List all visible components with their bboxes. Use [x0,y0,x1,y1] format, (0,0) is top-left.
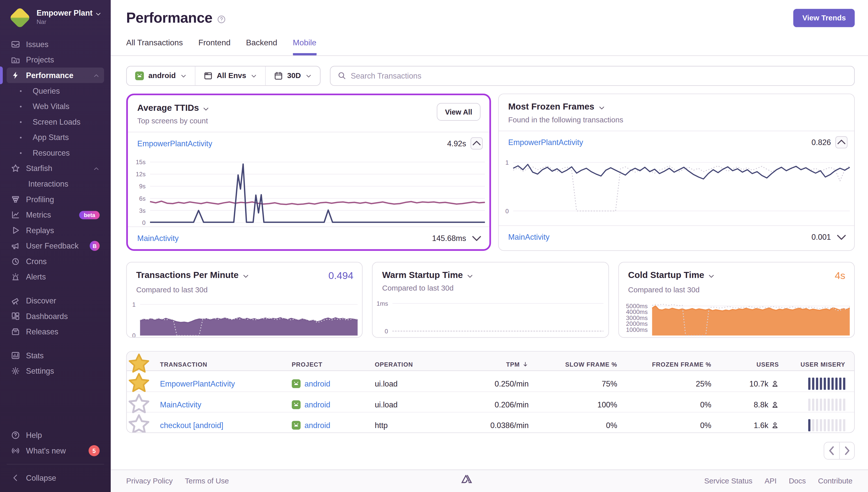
transaction-link[interactable]: checkout [android] [160,421,224,430]
project-link[interactable]: android [304,401,330,410]
sidebar-item-releases[interactable]: Releases [6,324,104,339]
transaction-link[interactable]: EmpowerPlantActivity [160,379,235,388]
view-trends-button[interactable]: View Trends [793,9,854,27]
sidebar-item-label: Help [26,431,42,440]
sidebar-item-profiling[interactable]: Profiling [6,192,104,207]
sidebar-item-alerts[interactable]: Alerts [6,269,104,285]
search-input[interactable] [351,71,847,80]
sidebar-item-web-vitals[interactable]: Web Vitals [6,98,104,114]
sidebar-item-label: Issues [26,40,48,49]
sidebar-item-app-starts[interactable]: App Starts [6,130,104,145]
column-header-project[interactable]: PROJECT [283,361,366,367]
tpm-cell: 0.0386/min [460,421,537,430]
expand-row-button[interactable] [470,232,483,244]
sidebar-item-label: Profiling [26,195,54,204]
column-header-operation[interactable]: OPERATION [366,361,460,367]
column-header-frozen-frame[interactable]: FROZEN FRAME % [626,361,720,367]
sidebar-item-projects[interactable]: Projects [6,52,104,68]
sidebar-item-label: Resources [33,148,70,157]
column-header-slow-frame[interactable]: SLOW FRAME % [537,361,626,367]
project-link[interactable]: android [304,421,330,430]
tab-backend[interactable]: Backend [246,38,277,55]
users-cell: 1.6k [720,421,788,430]
frozen-frame-cell: 25% [626,379,720,388]
most-frozen-frames-title[interactable]: Most Frozen Frames [508,102,623,112]
slow-frame-cell: 75% [537,379,626,388]
footer-link-service-status[interactable]: Service Status [704,477,752,485]
sidebar-item-replays[interactable]: Replays [6,223,104,238]
collapse-row-button[interactable] [470,137,483,149]
next-page-button[interactable] [839,442,854,459]
crons-icon [11,257,20,266]
cold-startup-title[interactable]: Cold Startup Time [628,270,715,280]
footer-link-docs[interactable]: Docs [789,477,806,485]
sidebar-item-metrics[interactable]: Metricsbeta [6,207,104,223]
svg-text:1000ms: 1000ms [626,326,647,333]
replays-icon [11,226,20,235]
tab-frontend[interactable]: Frontend [198,38,231,55]
sidebar-item-stats[interactable]: Stats [6,348,104,363]
svg-text:0: 0 [142,219,146,226]
transaction-link[interactable]: EmpowerPlantActivity [508,138,583,147]
project-link[interactable]: android [304,379,330,388]
sidebar-item-issues[interactable]: Issues [6,36,104,52]
releases-icon [11,327,20,336]
tab-all-transactions[interactable]: All Transactions [126,38,183,55]
transaction-link[interactable]: EmpowerPlantActivity [137,139,212,148]
footer-link-api[interactable]: API [765,477,776,485]
project-filter[interactable]: android [127,67,195,85]
footer-link-terms-of-use[interactable]: Terms of Use [185,477,229,485]
sidebar-item-help[interactable]: Help [6,427,104,443]
svg-text:15s: 15s [136,158,146,166]
collapse-row-button[interactable] [835,136,847,148]
sidebar-item-what-s-new[interactable]: What's new5 [6,443,104,459]
column-header-user-misery[interactable]: USER MISERY [788,361,854,367]
tpm-title[interactable]: Transactions Per Minute [136,270,249,280]
frozen-value: 0.826 [812,138,831,147]
sidebar-item-performance[interactable]: Performance [6,68,104,83]
footer-link-privacy-policy[interactable]: Privacy Policy [126,477,173,485]
projects-icon [11,55,20,64]
help-icon [11,431,20,440]
svg-text:0: 0 [385,328,388,335]
sidebar-item-queries[interactable]: Queries [6,83,104,99]
star-outline-icon[interactable] [127,413,151,433]
transaction-link[interactable]: MainActivity [508,232,550,241]
view-all-button[interactable]: View All [437,103,481,121]
svg-text:1ms: 1ms [377,300,388,307]
sidebar-item-interactions[interactable]: Interactions [6,176,104,192]
column-header-transaction[interactable]: TRANSACTION [151,361,283,367]
sidebar-item-starfish[interactable]: Starfish [6,161,104,176]
tpm-cell: 0.250/min [460,379,537,388]
warm-startup-card: Warm Startup Time Compared to last 30d 0… [372,262,609,338]
environment-filter[interactable]: All Envs [195,67,265,85]
org-switcher[interactable]: Empower Plant Nar [0,0,111,31]
transaction-link[interactable]: MainActivity [137,233,178,243]
sidebar-collapse-button[interactable]: Collapse [6,470,104,486]
org-subtitle: Nar [36,18,101,25]
android-project-icon [292,379,301,388]
chevron-down-icon [467,272,473,278]
help-question-icon[interactable] [217,15,226,23]
date-range-filter[interactable]: 30D [265,67,320,85]
sidebar-item-user-feedback[interactable]: User FeedbackB [6,238,104,254]
sidebar-item-crons[interactable]: Crons [6,253,104,269]
sidebar-item-settings[interactable]: Settings [6,363,104,379]
column-header-tpm[interactable]: TPM [460,361,537,367]
average-ttids-title[interactable]: Average TTIDs [137,103,209,113]
warm-startup-title[interactable]: Warm Startup Time [382,270,473,280]
svg-text:12s: 12s [136,171,146,177]
sidebar-item-screen-loads[interactable]: Screen Loads [6,114,104,130]
svg-text:2000ms: 2000ms [626,320,647,327]
column-header-users[interactable]: USERS [720,361,788,367]
sidebar-item-label: Replays [26,226,54,235]
stats-icon [11,351,20,360]
footer-link-contribute[interactable]: Contribute [818,477,852,485]
sidebar-item-resources[interactable]: Resources [6,145,104,161]
sidebar-item-discover[interactable]: Discover [6,293,104,309]
sidebar-item-dashboards[interactable]: Dashboards [6,309,104,324]
previous-page-button[interactable] [824,442,839,459]
expand-row-button[interactable] [835,231,847,243]
transaction-link[interactable]: MainActivity [160,401,201,410]
tab-mobile[interactable]: Mobile [293,38,316,55]
